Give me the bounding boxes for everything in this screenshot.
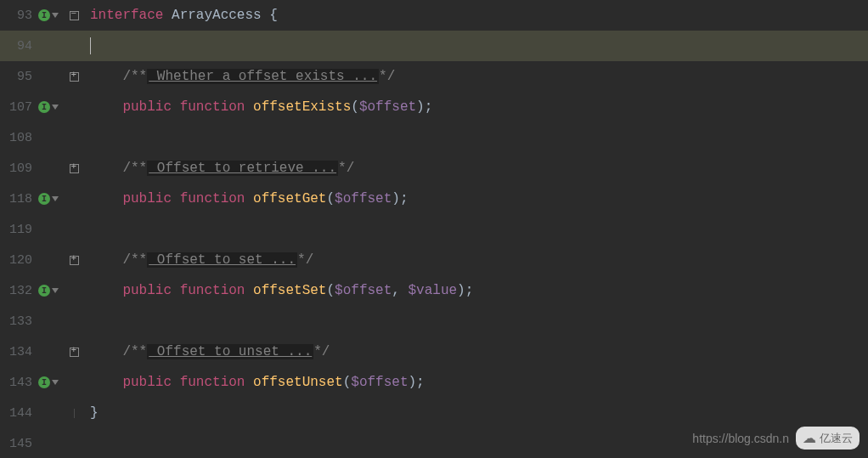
line-number: 143 <box>0 376 37 390</box>
gutter-marker-column: I <box>37 285 61 297</box>
token-punct: , <box>392 283 408 298</box>
gutter-marker-column: I <box>37 9 61 21</box>
token-fn: offsetUnset <box>253 375 343 390</box>
watermark: https://blog.csdn.n ☁ 亿速云 <box>692 427 860 450</box>
token-punct: ); <box>409 375 425 390</box>
token-punct <box>172 191 180 206</box>
token-var: $offset <box>351 375 408 390</box>
code-editor[interactable]: 93Iinterface ArrayAccess {9495 /** Wheth… <box>0 0 868 458</box>
token-punct: ( <box>343 375 352 390</box>
token-kw2: interface <box>90 8 163 23</box>
implements-marker-icon[interactable]: I <box>37 101 59 113</box>
code-content[interactable]: /** Offset to retrieve ...*/ <box>87 161 868 176</box>
line-number: 134 <box>0 345 37 359</box>
code-content[interactable]: /** Offset to unset ...*/ <box>87 344 868 359</box>
line-number: 132 <box>0 284 37 298</box>
token-folded: Whether a offset exists ... <box>147 69 379 84</box>
token-punct: ); <box>392 191 408 206</box>
gutter-marker-column: I <box>37 376 61 388</box>
token-comment: */ <box>379 69 395 84</box>
line-number: 109 <box>0 161 37 176</box>
fold-column <box>61 256 87 265</box>
token-kw2: public <box>122 283 172 298</box>
watermark-brand: 亿速云 <box>820 431 853 446</box>
token-comment: /** <box>122 252 147 268</box>
fold-end-icon <box>70 409 79 418</box>
code-line[interactable]: 134 /** Offset to unset ...*/ <box>0 336 868 367</box>
fold-expand-icon[interactable] <box>70 72 79 82</box>
token-fn: offsetGet <box>253 191 326 206</box>
token-punct: ); <box>416 99 432 115</box>
fold-expand-icon[interactable] <box>70 164 79 173</box>
line-number: 119 <box>0 223 37 237</box>
token-comment: /** <box>122 161 147 176</box>
gutter-marker-column: I <box>37 101 61 113</box>
implements-marker-icon[interactable]: I <box>37 9 59 21</box>
line-number: 120 <box>0 253 37 268</box>
implements-marker-icon[interactable]: I <box>37 285 59 297</box>
token-folded: Offset to set ... <box>147 252 297 268</box>
line-number: 108 <box>0 131 37 145</box>
token-punct <box>172 283 180 298</box>
token-punct <box>172 99 180 115</box>
token-kw2: public <box>122 99 172 115</box>
token-punct: ( <box>351 99 359 115</box>
code-line[interactable]: 144} <box>0 398 868 428</box>
line-number: 118 <box>0 192 37 206</box>
token-var: $offset <box>359 99 416 115</box>
line-number: 145 <box>0 437 37 451</box>
token-punct <box>245 99 253 115</box>
code-line[interactable]: 132I public function offsetSet($offset, … <box>0 275 868 306</box>
line-number: 144 <box>0 406 37 421</box>
code-content[interactable]: public function offsetGet($offset); <box>87 191 868 206</box>
code-content[interactable]: /** Whether a offset exists ...*/ <box>87 69 868 84</box>
text-cursor <box>90 37 91 54</box>
token-kw2: function <box>180 191 245 206</box>
code-line[interactable]: 109 /** Offset to retrieve ...*/ <box>0 153 868 184</box>
token-comment: /** <box>122 344 147 359</box>
fold-column <box>61 11 87 20</box>
code-line[interactable]: 120 /** Offset to set ...*/ <box>0 245 868 275</box>
fold-expand-icon[interactable] <box>70 348 79 357</box>
token-comment: */ <box>297 252 313 268</box>
token-kw2: function <box>180 283 245 298</box>
token-comment: */ <box>338 161 354 176</box>
code-line[interactable]: 94 <box>0 31 868 61</box>
code-line[interactable]: 118I public function offsetGet($offset); <box>0 184 868 214</box>
code-line[interactable]: 93Iinterface ArrayAccess { <box>0 0 868 31</box>
cloud-icon: ☁ <box>803 430 816 446</box>
code-line[interactable]: 143I public function offsetUnset($offset… <box>0 367 868 398</box>
code-content[interactable]: } <box>87 405 868 421</box>
token-kw2: function <box>180 99 245 115</box>
fold-expand-icon[interactable] <box>70 256 79 265</box>
token-punct <box>245 375 253 390</box>
watermark-url: https://blog.csdn.n <box>692 432 789 445</box>
line-number: 107 <box>0 100 37 115</box>
token-folded: Offset to retrieve ... <box>147 161 338 176</box>
code-content[interactable]: public function offsetSet($offset, $valu… <box>87 283 868 298</box>
token-folded: Offset to unset ... <box>147 344 313 359</box>
implements-marker-icon[interactable]: I <box>37 376 59 388</box>
code-line[interactable]: 133 <box>0 306 868 336</box>
code-line[interactable]: 119 <box>0 214 868 245</box>
code-content[interactable]: /** Offset to set ...*/ <box>87 252 868 268</box>
code-content[interactable]: public function offsetUnset($offset); <box>87 375 868 390</box>
code-line[interactable]: 107I public function offsetExists($offse… <box>0 92 868 122</box>
code-content[interactable]: interface ArrayAccess { <box>87 8 868 23</box>
code-content[interactable]: public function offsetExists($offset); <box>87 99 868 115</box>
token-punct: ); <box>457 283 473 298</box>
gutter-marker-column: I <box>37 193 61 205</box>
token-punct: ( <box>326 283 335 298</box>
token-kw2: function <box>180 375 245 390</box>
token-fn: offsetSet <box>253 283 326 298</box>
code-content[interactable] <box>87 37 868 54</box>
code-line[interactable]: 95 /** Whether a offset exists ...*/ <box>0 61 868 92</box>
implements-marker-icon[interactable]: I <box>37 193 59 205</box>
line-number: 133 <box>0 314 37 329</box>
token-punct: ( <box>326 191 335 206</box>
code-line[interactable]: 108 <box>0 122 868 153</box>
fold-collapse-icon[interactable] <box>70 11 79 20</box>
token-comment: */ <box>313 344 330 359</box>
fold-column <box>61 409 87 418</box>
token-punct: ArrayAccess { <box>163 8 277 23</box>
